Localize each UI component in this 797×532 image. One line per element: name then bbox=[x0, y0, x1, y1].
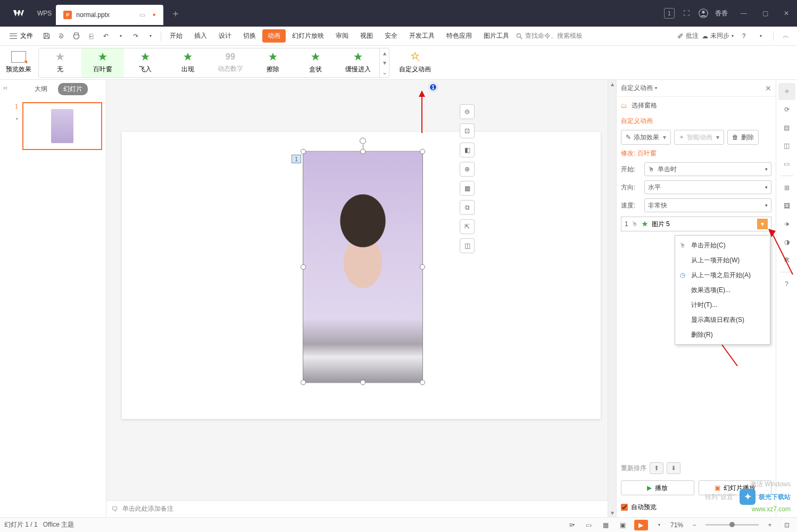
help-dropdown-icon[interactable]: ▾ bbox=[754, 29, 768, 43]
menu-devtools[interactable]: 开发工具 bbox=[404, 29, 440, 43]
zoom-value[interactable]: 71% bbox=[670, 521, 683, 529]
menu-start[interactable]: 开始 bbox=[164, 29, 188, 43]
ctx-advanced-timeline[interactable]: 显示高级日程表(S) bbox=[675, 312, 770, 327]
slideshow-dropdown-icon[interactable]: ▾ bbox=[653, 519, 665, 531]
auto-preview-checkbox[interactable] bbox=[621, 504, 628, 511]
smart-anim-button[interactable]: ✦ 智能动画▾ bbox=[674, 130, 724, 145]
rail-audio-icon[interactable]: 🕩 bbox=[778, 215, 795, 232]
fit-view-icon[interactable]: ⊡ bbox=[781, 519, 793, 531]
speed-select[interactable]: 非常快 ▾ bbox=[644, 198, 771, 212]
reading-view-icon[interactable]: ▣ bbox=[617, 519, 629, 531]
collapse-outline-button[interactable]: ‹‹ bbox=[0, 80, 11, 517]
preview-effect-button[interactable]: 预览效果 bbox=[2, 51, 35, 74]
print-preview-icon[interactable]: ᘐ bbox=[54, 29, 68, 43]
notes-bar[interactable]: 🗨 单击此处添加备注 bbox=[106, 500, 608, 517]
menu-design[interactable]: 设计 bbox=[213, 29, 237, 43]
adjust-icon[interactable]: ◧ bbox=[460, 143, 475, 157]
redo-icon[interactable]: ↷ bbox=[129, 29, 143, 43]
selection-pane-link[interactable]: 🗂 选择窗格 bbox=[621, 101, 771, 110]
rail-layout-icon[interactable]: ▤ bbox=[778, 119, 795, 136]
print-icon[interactable] bbox=[69, 29, 83, 43]
ctx-after-previous[interactable]: ◷从上一项之后开始(A) bbox=[675, 268, 770, 282]
minimize-button[interactable]: — bbox=[733, 3, 754, 24]
more-qa-icon[interactable]: ▾ bbox=[144, 29, 157, 43]
anim-wipe[interactable]: 擦除 bbox=[252, 48, 294, 77]
replace-image-icon[interactable]: ⧉ bbox=[460, 200, 475, 215]
delete-effect-button[interactable]: 🗑 删除 bbox=[727, 130, 759, 145]
zoom-in-icon[interactable]: + bbox=[764, 519, 776, 531]
maximize-button[interactable]: ▢ bbox=[754, 3, 776, 24]
sorter-view-icon[interactable]: ▦ bbox=[600, 519, 612, 531]
file-menu[interactable]: 文件 bbox=[4, 31, 38, 40]
custom-animation-button[interactable]: 自定义动画 bbox=[396, 51, 434, 74]
undo-dropdown-icon[interactable]: ▾ bbox=[114, 29, 128, 43]
ctx-with-previous[interactable]: 从上一项开始(W) bbox=[675, 253, 770, 268]
anim-appear[interactable]: 出现 bbox=[167, 48, 209, 77]
rail-shape-icon[interactable]: ▭ bbox=[778, 155, 795, 172]
ctx-timing[interactable]: 计时(T)... bbox=[675, 297, 770, 312]
gallery-up-icon[interactable]: ▴ bbox=[380, 48, 389, 58]
resize-handle[interactable] bbox=[301, 149, 306, 154]
anim-dynamic-number[interactable]: 99 动态数字 bbox=[209, 48, 252, 77]
ctx-click-start[interactable]: 🖱单击开始(C) bbox=[675, 238, 770, 253]
slide-thumbnail[interactable]: 1 ⋆ bbox=[15, 102, 102, 150]
menu-animation[interactable]: 动画 bbox=[262, 29, 286, 43]
anim-sequence-badge[interactable]: 1 bbox=[292, 155, 301, 163]
direction-select[interactable]: 水平 ▾ bbox=[644, 180, 771, 194]
menu-review[interactable]: 审阅 bbox=[330, 29, 354, 43]
rail-help-icon[interactable]: ? bbox=[778, 276, 795, 293]
rail-component-icon[interactable]: ◑ bbox=[778, 234, 795, 251]
present-tab-icon[interactable]: ▭ bbox=[139, 11, 145, 19]
slideshow-play-button[interactable]: ▣幻灯片播放 bbox=[699, 480, 772, 495]
export-image-icon[interactable]: ⇱ bbox=[460, 219, 475, 234]
menu-insert[interactable]: 插入 bbox=[189, 29, 212, 43]
export-icon[interactable]: ⍇ bbox=[84, 29, 98, 43]
collapse-ribbon-icon[interactable]: ︿ bbox=[779, 29, 793, 43]
new-tab-button[interactable]: ＋ bbox=[167, 4, 185, 22]
annotate-button[interactable]: ✐批注 bbox=[677, 31, 699, 40]
slides-tab[interactable]: 幻灯片 bbox=[58, 83, 88, 95]
gift-icon[interactable]: ⛶ bbox=[678, 5, 695, 22]
play-button[interactable]: ▶播放 bbox=[621, 480, 694, 495]
anim-slow-in[interactable]: 缓慢进入 bbox=[337, 48, 379, 77]
close-window-button[interactable]: ✕ bbox=[776, 3, 797, 24]
notes-toggle-icon[interactable]: ≡▾ bbox=[566, 519, 578, 531]
rotate-handle[interactable] bbox=[360, 138, 366, 144]
normal-view-icon[interactable]: ▭ bbox=[583, 519, 595, 531]
outline-tab[interactable]: 大纲 bbox=[29, 83, 53, 95]
resize-handle[interactable] bbox=[420, 380, 425, 385]
start-select[interactable]: 🖱单击时 ▾ bbox=[644, 162, 771, 176]
zoom-out-icon[interactable]: − bbox=[688, 519, 700, 531]
anim-flyin[interactable]: 飞入 bbox=[124, 48, 167, 77]
ai-select-icon[interactable]: ▦ bbox=[460, 181, 475, 196]
rail-image-icon[interactable]: 🖼 bbox=[778, 197, 795, 214]
resize-handle[interactable] bbox=[301, 380, 306, 385]
menu-featured[interactable]: 特色应用 bbox=[441, 29, 477, 43]
crop-icon[interactable]: ⊡ bbox=[460, 123, 475, 138]
reorder-down-button[interactable]: ⬇ bbox=[667, 462, 680, 474]
sync-button[interactable]: ☁未同步▾ bbox=[702, 31, 734, 40]
effect-list-item[interactable]: 1 🖱 图片 5 ▾ bbox=[621, 217, 771, 231]
resize-handle[interactable] bbox=[420, 264, 425, 270]
resize-handle[interactable] bbox=[301, 264, 306, 270]
undo-icon[interactable]: ↶ bbox=[99, 29, 113, 43]
vertical-scrollbar[interactable]: ▴ ▾ bbox=[608, 80, 616, 517]
zoom-in-icon[interactable]: ⊕ bbox=[460, 162, 475, 177]
resize-handle[interactable] bbox=[360, 149, 366, 154]
save-icon[interactable] bbox=[39, 29, 53, 43]
anim-blinds[interactable]: 百叶窗 bbox=[81, 48, 124, 77]
collapse-float-icon[interactable]: ⊖ bbox=[460, 104, 475, 119]
resize-handle[interactable] bbox=[360, 380, 366, 385]
scroll-up-icon[interactable]: ▴ bbox=[608, 80, 616, 88]
scroll-down-icon[interactable]: ▾ bbox=[608, 509, 616, 517]
anim-none[interactable]: 无 bbox=[39, 48, 81, 77]
menu-picture-tools[interactable]: 图片工具 bbox=[478, 29, 514, 43]
slide-canvas[interactable]: 1 ⊖ ⊡ ◧ ⊕ ▦ ⧉ ⇱ ◫ 🗨 单击此处添加备注 bbox=[106, 80, 616, 517]
effect-dropdown-button[interactable]: ▾ bbox=[757, 219, 768, 229]
badge-1-icon[interactable]: 1 bbox=[661, 5, 678, 22]
resize-handle[interactable] bbox=[420, 149, 425, 154]
help-icon[interactable]: ? bbox=[737, 29, 751, 43]
rail-template-icon[interactable]: ⊞ bbox=[778, 179, 795, 196]
selected-image[interactable]: 1 bbox=[303, 151, 423, 383]
panel-title-caret-icon[interactable]: ▾ bbox=[655, 86, 657, 90]
